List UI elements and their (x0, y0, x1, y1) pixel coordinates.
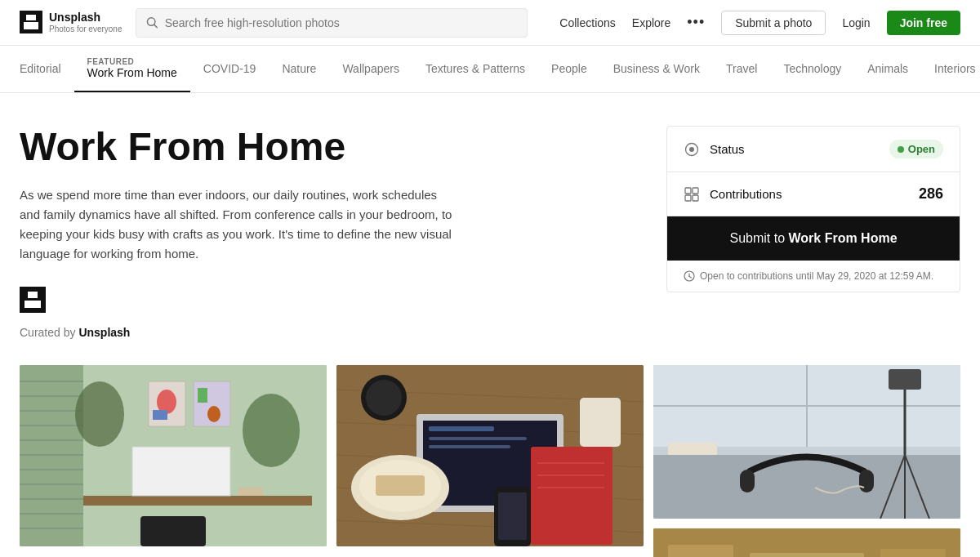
nav-item-people-label: People (551, 62, 587, 75)
photo-item-2[interactable] (336, 365, 644, 546)
photo-col-2 (336, 365, 644, 557)
svg-line-14 (689, 277, 692, 278)
svg-rect-31 (153, 410, 167, 420)
nav-item-animals[interactable]: Animals (854, 51, 921, 88)
svg-rect-16 (20, 365, 83, 546)
nav-item-nature-label: Nature (282, 62, 316, 75)
svg-rect-59 (580, 398, 621, 447)
category-nav: Editorial FEATURED Work From Home COVID-… (0, 46, 980, 93)
nav-item-work-from-home[interactable]: FEATURED Work From Home (74, 46, 190, 92)
svg-rect-67 (653, 455, 960, 519)
photo-item-4[interactable] (653, 528, 960, 557)
deadline-note: Open to contributions until May 29, 2020… (667, 261, 960, 292)
logo[interactable]: Unsplash Photos for everyone (20, 11, 122, 34)
page-description: As we spend more time than ever indoors,… (20, 185, 452, 264)
photo-item-3[interactable] (653, 365, 960, 519)
nav-item-editorial[interactable]: Editorial (20, 51, 74, 88)
curator-link[interactable]: Unsplash (78, 326, 130, 339)
submit-to-topic-button[interactable]: Submit to Work From Home (667, 216, 960, 261)
svg-point-35 (243, 394, 300, 467)
nav-item-nature[interactable]: Nature (269, 51, 329, 88)
svg-rect-11 (693, 195, 698, 201)
submit-topic: Work From Home (788, 231, 897, 245)
nav-item-travel[interactable]: Travel (713, 51, 770, 88)
svg-rect-75 (668, 443, 717, 455)
search-icon (146, 16, 158, 29)
logo-icon (20, 11, 42, 33)
explore-link[interactable]: Explore (632, 16, 670, 29)
svg-rect-55 (531, 447, 612, 545)
photo-item-1[interactable] (20, 365, 327, 546)
svg-rect-69 (859, 470, 874, 492)
contributions-icon (684, 186, 700, 203)
svg-rect-10 (685, 195, 691, 201)
nav-item-interiors-label: Interiors (934, 62, 976, 75)
logo-text: Unsplash Photos for everyone (49, 11, 122, 34)
svg-point-34 (75, 381, 124, 447)
nav-item-textures-label: Textures & Patterns (425, 62, 525, 75)
svg-line-3 (154, 25, 156, 27)
more-options-icon[interactable]: ••• (687, 14, 705, 31)
nav-item-covid19-label: COVID-19 (203, 62, 256, 75)
photo-col-3 (653, 365, 960, 557)
svg-rect-39 (140, 516, 206, 546)
join-free-button[interactable]: Join free (887, 11, 960, 35)
svg-point-33 (207, 406, 220, 422)
nav-item-travel-label: Travel (726, 62, 757, 75)
status-badge: Open (889, 140, 943, 158)
search-input[interactable] (165, 16, 517, 29)
clock-icon (684, 270, 695, 282)
svg-rect-32 (198, 388, 207, 403)
svg-rect-79 (750, 553, 864, 557)
header-nav: Collections Explore ••• Submit a photo L… (559, 11, 960, 35)
svg-rect-68 (740, 470, 755, 492)
nav-item-textures-patterns[interactable]: Textures & Patterns (412, 51, 538, 88)
logo-name: Unsplash (49, 11, 122, 25)
svg-rect-37 (132, 447, 230, 496)
search-bar[interactable] (136, 8, 528, 38)
svg-rect-5 (24, 301, 41, 308)
nav-item-featured-label: FEATURED (87, 57, 135, 66)
nav-item-technology[interactable]: Technology (770, 51, 854, 88)
svg-rect-0 (26, 15, 36, 20)
status-label: Status (710, 142, 880, 156)
nav-item-wallpapers[interactable]: Wallpapers (329, 51, 412, 88)
deadline-text: Open to contributions until May 29, 2020… (700, 270, 933, 282)
status-value: Open (908, 143, 935, 155)
login-button[interactable]: Login (842, 16, 870, 29)
svg-rect-80 (880, 549, 946, 557)
submit-prefix: Submit to (729, 231, 788, 245)
nav-item-animals-label: Animals (867, 62, 908, 75)
status-dot (898, 146, 904, 153)
svg-point-7 (689, 147, 694, 152)
svg-rect-50 (429, 426, 494, 431)
contributions-row: Contributions 286 (667, 172, 960, 216)
svg-rect-38 (238, 488, 263, 496)
status-icon (684, 141, 700, 158)
nav-item-interiors[interactable]: Interiors (921, 51, 980, 88)
curated-by-label: Curated by (20, 326, 75, 339)
contributions-count: 286 (919, 185, 943, 203)
content-left: Work From Home As we spend more time tha… (20, 126, 634, 339)
collections-link[interactable]: Collections (559, 16, 615, 29)
svg-rect-54 (498, 492, 527, 540)
content-layout: Work From Home As we spend more time tha… (20, 126, 960, 339)
nav-item-wfh-label: Work From Home (87, 66, 177, 79)
svg-rect-4 (28, 292, 38, 298)
svg-rect-62 (376, 475, 425, 496)
page-title: Work From Home (20, 126, 634, 169)
nav-item-business-work[interactable]: Business & Work (600, 51, 713, 88)
photo-col-1 (20, 365, 327, 557)
main-content: Work From Home As we spend more time tha… (0, 93, 980, 365)
header: Unsplash Photos for everyone Collections… (0, 0, 980, 46)
sidebar-card: Status Open Contributions 286 (666, 126, 960, 292)
logo-tagline: Photos for everyone (49, 25, 122, 34)
curator-logo (20, 287, 46, 313)
nav-item-editorial-label: Editorial (20, 62, 61, 75)
svg-rect-74 (889, 369, 921, 390)
nav-item-people[interactable]: People (538, 51, 600, 88)
submit-photo-button[interactable]: Submit a photo (721, 11, 826, 35)
status-row: Status Open (667, 127, 960, 172)
svg-rect-51 (429, 437, 527, 440)
nav-item-covid19[interactable]: COVID-19 (190, 51, 270, 88)
